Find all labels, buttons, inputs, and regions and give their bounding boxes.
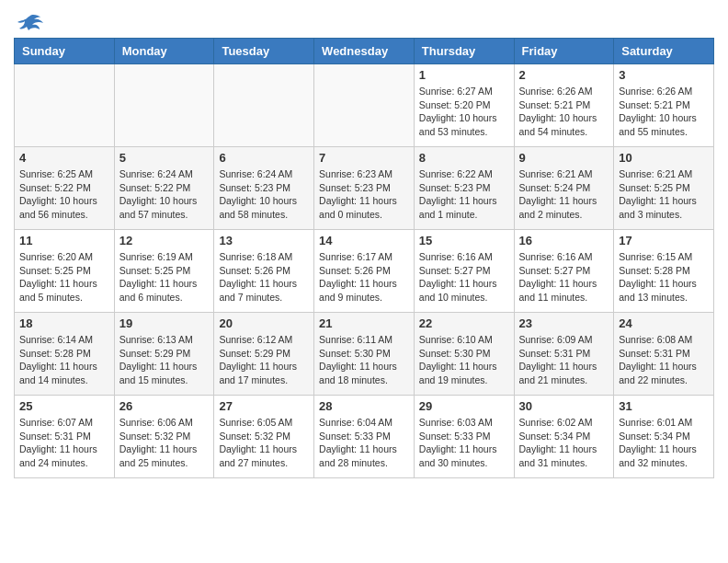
day-header-sunday: Sunday: [15, 39, 115, 64]
calendar-cell: [314, 64, 415, 147]
cell-info: Sunrise: 6:03 AM Sunset: 5:33 PM Dayligh…: [419, 416, 509, 470]
cell-info: Sunrise: 6:02 AM Sunset: 5:34 PM Dayligh…: [519, 416, 609, 470]
cell-day-number: 25: [19, 399, 109, 413]
cell-info: Sunrise: 6:19 AM Sunset: 5:25 PM Dayligh…: [119, 250, 210, 304]
calendar-week-3: 11Sunrise: 6:20 AM Sunset: 5:25 PM Dayli…: [15, 230, 714, 313]
day-header-friday: Friday: [514, 39, 614, 64]
cell-day-number: 16: [519, 234, 609, 247]
cell-day-number: 18: [19, 316, 109, 330]
calendar-cell: 10Sunrise: 6:21 AM Sunset: 5:25 PM Dayli…: [614, 147, 714, 230]
day-header-saturday: Saturday: [614, 39, 714, 64]
cell-day-number: 6: [219, 151, 309, 165]
cell-info: Sunrise: 6:26 AM Sunset: 5:21 PM Dayligh…: [519, 85, 609, 139]
calendar-cell: 12Sunrise: 6:19 AM Sunset: 5:25 PM Dayli…: [114, 230, 214, 313]
calendar-cell: [15, 64, 115, 147]
calendar-cell: 26Sunrise: 6:06 AM Sunset: 5:32 PM Dayli…: [114, 396, 214, 478]
calendar-cell: [214, 64, 314, 147]
calendar-cell: 3Sunrise: 6:26 AM Sunset: 5:21 PM Daylig…: [614, 64, 714, 147]
cell-info: Sunrise: 6:16 AM Sunset: 5:27 PM Dayligh…: [419, 250, 509, 304]
calendar-cell: 1Sunrise: 6:27 AM Sunset: 5:20 PM Daylig…: [414, 64, 514, 147]
calendar-cell: 16Sunrise: 6:16 AM Sunset: 5:27 PM Dayli…: [514, 230, 614, 313]
cell-day-number: 5: [119, 151, 210, 165]
calendar-cell: 9Sunrise: 6:21 AM Sunset: 5:24 PM Daylig…: [514, 147, 614, 230]
day-header-tuesday: Tuesday: [214, 39, 314, 64]
calendar-cell: 29Sunrise: 6:03 AM Sunset: 5:33 PM Dayli…: [414, 396, 514, 478]
cell-day-number: 30: [519, 399, 609, 413]
cell-day-number: 10: [619, 151, 709, 165]
calendar-week-1: 1Sunrise: 6:27 AM Sunset: 5:20 PM Daylig…: [15, 64, 714, 147]
cell-info: Sunrise: 6:12 AM Sunset: 5:29 PM Dayligh…: [219, 333, 309, 387]
cell-day-number: 15: [419, 234, 509, 247]
cell-day-number: 23: [519, 316, 609, 330]
cell-day-number: 11: [19, 234, 109, 247]
cell-info: Sunrise: 6:05 AM Sunset: 5:32 PM Dayligh…: [219, 416, 309, 470]
cell-info: Sunrise: 6:24 AM Sunset: 5:22 PM Dayligh…: [119, 167, 210, 222]
calendar-cell: 19Sunrise: 6:13 AM Sunset: 5:29 PM Dayli…: [114, 313, 214, 396]
calendar-cell: 2Sunrise: 6:26 AM Sunset: 5:21 PM Daylig…: [514, 64, 614, 147]
cell-info: Sunrise: 6:21 AM Sunset: 5:24 PM Dayligh…: [519, 167, 609, 222]
calendar-cell: 24Sunrise: 6:08 AM Sunset: 5:31 PM Dayli…: [614, 313, 714, 396]
calendar-week-5: 25Sunrise: 6:07 AM Sunset: 5:31 PM Dayli…: [15, 396, 714, 478]
cell-day-number: 19: [119, 316, 210, 330]
cell-day-number: 8: [419, 151, 509, 165]
cell-info: Sunrise: 6:15 AM Sunset: 5:28 PM Dayligh…: [619, 250, 709, 304]
cell-day-number: 28: [319, 399, 409, 413]
day-header-thursday: Thursday: [414, 39, 514, 64]
cell-info: Sunrise: 6:17 AM Sunset: 5:26 PM Dayligh…: [319, 250, 409, 304]
cell-day-number: 24: [619, 316, 709, 330]
cell-info: Sunrise: 6:04 AM Sunset: 5:33 PM Dayligh…: [319, 416, 409, 470]
calendar-cell: 18Sunrise: 6:14 AM Sunset: 5:28 PM Dayli…: [15, 313, 115, 396]
cell-day-number: 26: [119, 399, 210, 413]
calendar-week-2: 4Sunrise: 6:25 AM Sunset: 5:22 PM Daylig…: [15, 147, 714, 230]
cell-info: Sunrise: 6:08 AM Sunset: 5:31 PM Dayligh…: [619, 333, 709, 387]
cell-info: Sunrise: 6:18 AM Sunset: 5:26 PM Dayligh…: [219, 250, 309, 304]
logo-bird-icon: [17, 14, 43, 34]
cell-day-number: 20: [219, 316, 309, 330]
calendar-cell: 27Sunrise: 6:05 AM Sunset: 5:32 PM Dayli…: [214, 396, 314, 478]
calendar-cell: [114, 64, 214, 147]
calendar-cell: 20Sunrise: 6:12 AM Sunset: 5:29 PM Dayli…: [214, 313, 314, 396]
calendar-cell: 22Sunrise: 6:10 AM Sunset: 5:30 PM Dayli…: [414, 313, 514, 396]
cell-day-number: 7: [319, 151, 409, 165]
cell-day-number: 1: [419, 68, 509, 82]
cell-info: Sunrise: 6:01 AM Sunset: 5:34 PM Dayligh…: [619, 416, 709, 470]
cell-day-number: 31: [619, 399, 709, 413]
cell-day-number: 12: [119, 234, 210, 247]
cell-info: Sunrise: 6:11 AM Sunset: 5:30 PM Dayligh…: [319, 333, 409, 387]
calendar-cell: 8Sunrise: 6:22 AM Sunset: 5:23 PM Daylig…: [414, 147, 514, 230]
calendar-cell: 15Sunrise: 6:16 AM Sunset: 5:27 PM Dayli…: [414, 230, 514, 313]
calendar-cell: 11Sunrise: 6:20 AM Sunset: 5:25 PM Dayli…: [15, 230, 115, 313]
cell-day-number: 22: [419, 316, 509, 330]
cell-info: Sunrise: 6:25 AM Sunset: 5:22 PM Dayligh…: [19, 167, 109, 222]
calendar-cell: 30Sunrise: 6:02 AM Sunset: 5:34 PM Dayli…: [514, 396, 614, 478]
main-container: SundayMondayTuesdayWednesdayThursdayFrid…: [0, 0, 728, 492]
cell-info: Sunrise: 6:06 AM Sunset: 5:32 PM Dayligh…: [119, 416, 210, 470]
cell-day-number: 17: [619, 234, 709, 247]
calendar-cell: 25Sunrise: 6:07 AM Sunset: 5:31 PM Dayli…: [15, 396, 115, 478]
cell-info: Sunrise: 6:16 AM Sunset: 5:27 PM Dayligh…: [519, 250, 609, 304]
cell-info: Sunrise: 6:10 AM Sunset: 5:30 PM Dayligh…: [419, 333, 509, 387]
calendar-week-4: 18Sunrise: 6:14 AM Sunset: 5:28 PM Dayli…: [15, 313, 714, 396]
cell-day-number: 3: [619, 68, 709, 82]
cell-day-number: 21: [319, 316, 409, 330]
cell-info: Sunrise: 6:21 AM Sunset: 5:25 PM Dayligh…: [619, 167, 709, 222]
day-header-wednesday: Wednesday: [314, 39, 415, 64]
cell-info: Sunrise: 6:14 AM Sunset: 5:28 PM Dayligh…: [19, 333, 109, 387]
cell-day-number: 27: [219, 399, 309, 413]
cell-info: Sunrise: 6:27 AM Sunset: 5:20 PM Dayligh…: [419, 85, 509, 139]
calendar-cell: 14Sunrise: 6:17 AM Sunset: 5:26 PM Dayli…: [314, 230, 415, 313]
cell-day-number: 29: [419, 399, 509, 413]
cell-info: Sunrise: 6:07 AM Sunset: 5:31 PM Dayligh…: [19, 416, 109, 470]
calendar-cell: 5Sunrise: 6:24 AM Sunset: 5:22 PM Daylig…: [114, 147, 214, 230]
calendar-cell: 28Sunrise: 6:04 AM Sunset: 5:33 PM Dayli…: [314, 396, 415, 478]
calendar-cell: 31Sunrise: 6:01 AM Sunset: 5:34 PM Dayli…: [614, 396, 714, 478]
day-header-monday: Monday: [114, 39, 214, 64]
header: [14, 9, 714, 30]
cell-info: Sunrise: 6:20 AM Sunset: 5:25 PM Dayligh…: [19, 250, 109, 304]
cell-day-number: 2: [519, 68, 609, 82]
calendar-cell: 4Sunrise: 6:25 AM Sunset: 5:22 PM Daylig…: [15, 147, 115, 230]
cell-day-number: 14: [319, 234, 409, 247]
calendar-cell: 6Sunrise: 6:24 AM Sunset: 5:23 PM Daylig…: [214, 147, 314, 230]
cell-info: Sunrise: 6:23 AM Sunset: 5:23 PM Dayligh…: [319, 167, 409, 222]
calendar-cell: 17Sunrise: 6:15 AM Sunset: 5:28 PM Dayli…: [614, 230, 714, 313]
